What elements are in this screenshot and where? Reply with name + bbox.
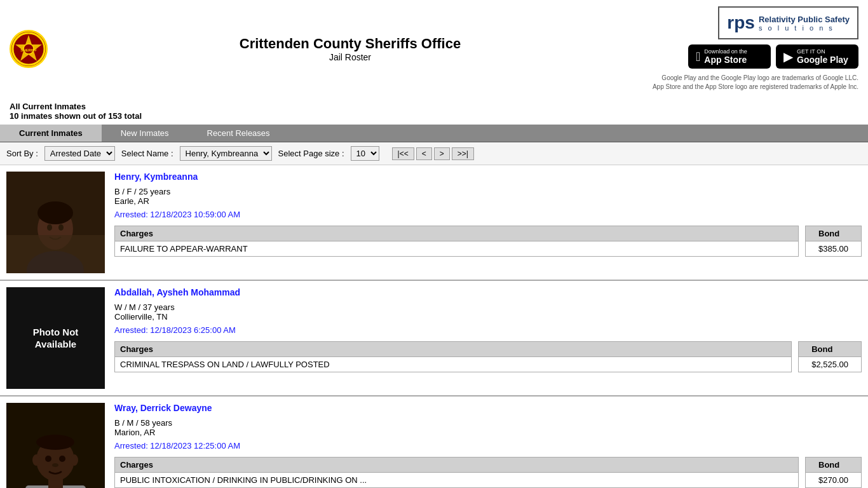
inmate-location-1: Earle, AR xyxy=(114,196,862,206)
sort-by-label: Sort By : xyxy=(6,149,38,158)
inmate-info-1: Henry, Kymbreanna B / F / 25 years Earle… xyxy=(114,172,862,257)
bond-value-2: $2,525.00 xyxy=(799,357,862,372)
rps-logo: rps Relativity Public Safety s o l u t i… xyxy=(718,6,858,39)
select-name-label: Select Name : xyxy=(121,149,173,158)
inmate-location-3: Marion, AR xyxy=(114,428,862,437)
charges-header-2: Charges xyxy=(115,342,792,357)
header-right: rps Relativity Public Safety s o l u t i… xyxy=(653,6,858,92)
rps-solutions: s o l u t i o n s xyxy=(759,24,850,32)
tab-current-inmates[interactable]: Current Inmates xyxy=(0,125,102,142)
charges-value-1: FAILURE TO APPEAR-WARRANT xyxy=(115,241,799,257)
controls-bar: Sort By : Arrested Date Select Name : He… xyxy=(0,142,868,165)
inmate-info-2: Abdallah, Aysheh Mohammad W / M / 37 yea… xyxy=(114,287,862,372)
header-center: Crittenden County Sheriffs Office Jail R… xyxy=(48,36,653,62)
bond-value-3: $270.00 xyxy=(806,473,862,488)
svg-point-8 xyxy=(47,224,52,231)
charges-bond-3: Charges PUBLIC INTOXICATION / DRINKING I… xyxy=(114,457,862,488)
inmate-arrested-2: Arrested: 12/18/2023 6:25:00 AM xyxy=(114,325,862,335)
inmate-info-3: Wray, Derrick Dewayne B / M / 58 years M… xyxy=(114,403,862,488)
charges-table-1: Charges FAILURE TO APPEAR-WARRANT xyxy=(114,226,799,257)
page-size-label: Select Page size : xyxy=(278,149,344,158)
inmate-name-1[interactable]: Henry, Kymbreanna xyxy=(114,172,862,182)
bond-value-1: $385.00 xyxy=(806,241,862,257)
app-buttons:  Download on the App Store ▶ GET IT ON … xyxy=(688,44,858,69)
app-disclaimer: Google Play and the Google Play logo are… xyxy=(653,74,858,92)
inmate-demo-1: B / F / 25 years Earle, AR xyxy=(114,187,862,206)
first-page-button[interactable]: |<< xyxy=(392,147,414,160)
inmate-row: Photo NotAvailable Abdallah, Aysheh Moha… xyxy=(0,281,868,396)
select-name-select[interactable]: Henry, Kymbreanna xyxy=(180,146,272,161)
inmate-race-sex-age-1: B / F / 25 years xyxy=(114,187,862,196)
google-play-button[interactable]: ▶ GET IT ON Google Play xyxy=(776,44,858,69)
svg-point-7 xyxy=(37,201,73,224)
inmates-title: All Current Inmates xyxy=(10,102,858,111)
charges-header-3: Charges xyxy=(115,458,799,473)
header: SHERIFF Crittenden County Sheriffs Offic… xyxy=(0,0,868,98)
inmate-photo-1 xyxy=(6,172,105,273)
inmate-demo-3: B / M / 58 years Marion, AR xyxy=(114,418,862,437)
nav-tabs: Current Inmates New Inmates Recent Relea… xyxy=(0,125,868,142)
last-page-button[interactable]: >>| xyxy=(452,147,474,160)
prev-page-button[interactable]: < xyxy=(416,147,432,160)
charges-table-2: Charges CRIMINAL TRESPASS ON LAND / LAWF… xyxy=(114,341,792,372)
rps-tagline: Relativity Public Safety xyxy=(759,15,850,24)
inmate-photo-3 xyxy=(6,403,105,488)
bond-header-2: Bond xyxy=(799,342,862,357)
bond-table-2: Bond $2,525.00 xyxy=(798,341,862,372)
charges-bond-1: Charges FAILURE TO APPEAR-WARRANT Bond $… xyxy=(114,226,862,257)
charges-header: Charges xyxy=(115,226,799,241)
svg-point-15 xyxy=(71,454,78,466)
google-play-label-top: GET IT ON xyxy=(797,48,848,55)
inmate-arrested-3: Arrested: 12/18/2023 12:25:00 AM xyxy=(114,441,862,451)
info-bar: All Current Inmates 10 inmates shown out… xyxy=(0,98,868,125)
svg-point-17 xyxy=(45,456,51,462)
inmate-row: Wray, Derrick Dewayne B / M / 58 years M… xyxy=(0,396,868,488)
bond-table-3: Bond $270.00 xyxy=(805,457,862,488)
app-store-label-top: Download on the xyxy=(704,48,747,55)
sheriff-badge: SHERIFF xyxy=(10,30,48,68)
inmates-count: 10 inmates shown out of 153 total xyxy=(10,111,858,121)
charges-value-3: PUBLIC INTOXICATION / DRINKING IN PUBLIC… xyxy=(115,473,799,488)
charges-table-3: Charges PUBLIC INTOXICATION / DRINKING I… xyxy=(114,457,799,488)
charges-value-2: CRIMINAL TRESPASS ON LAND / LAWFULLY POS… xyxy=(115,357,792,372)
svg-point-16 xyxy=(36,435,74,450)
svg-point-19 xyxy=(52,463,58,467)
office-subtitle: Jail Roster xyxy=(48,52,653,62)
page-size-select[interactable]: 10 xyxy=(351,146,379,161)
tab-recent-releases[interactable]: Recent Releases xyxy=(188,125,289,142)
svg-point-14 xyxy=(32,454,40,466)
svg-point-18 xyxy=(59,456,65,462)
app-store-button[interactable]:  Download on the App Store xyxy=(688,44,771,69)
inmate-race-sex-age-2: W / M / 37 years xyxy=(114,302,862,312)
apple-icon:  xyxy=(696,50,700,64)
bond-header-3: Bond xyxy=(806,458,862,473)
office-title: Crittenden County Sheriffs Office xyxy=(48,36,653,52)
inmate-name-2[interactable]: Abdallah, Aysheh Mohammad xyxy=(114,287,862,297)
google-play-icon: ▶ xyxy=(783,49,793,64)
inmate-demo-2: W / M / 37 years Collierville, TN xyxy=(114,302,862,322)
svg-point-5 xyxy=(27,251,84,273)
inmate-photo-2: Photo NotAvailable xyxy=(6,287,105,389)
tab-new-inmates[interactable]: New Inmates xyxy=(102,125,188,142)
inmate-location-2: Collierville, TN xyxy=(114,312,862,322)
svg-point-9 xyxy=(58,224,64,231)
bond-table-1: Bond $385.00 xyxy=(805,226,862,257)
svg-text:SHERIFF: SHERIFF xyxy=(20,48,37,52)
sort-by-select[interactable]: Arrested Date xyxy=(44,146,115,161)
inmate-race-sex-age-3: B / M / 58 years xyxy=(114,418,862,428)
pagination: |<< < > >>| xyxy=(392,147,474,160)
app-store-label-bot: App Store xyxy=(704,55,747,65)
google-play-label-bot: Google Play xyxy=(797,55,848,65)
charges-bond-2: Charges CRIMINAL TRESPASS ON LAND / LAWF… xyxy=(114,341,862,372)
inmate-arrested-1: Arrested: 12/18/2023 10:59:00 AM xyxy=(114,210,862,219)
inmate-name-3[interactable]: Wray, Derrick Dewayne xyxy=(114,403,862,413)
bond-header: Bond xyxy=(806,226,862,241)
next-page-button[interactable]: > xyxy=(434,147,450,160)
rps-logo-text: rps xyxy=(727,13,755,33)
inmate-row: Henry, Kymbreanna B / F / 25 years Earle… xyxy=(0,165,868,281)
